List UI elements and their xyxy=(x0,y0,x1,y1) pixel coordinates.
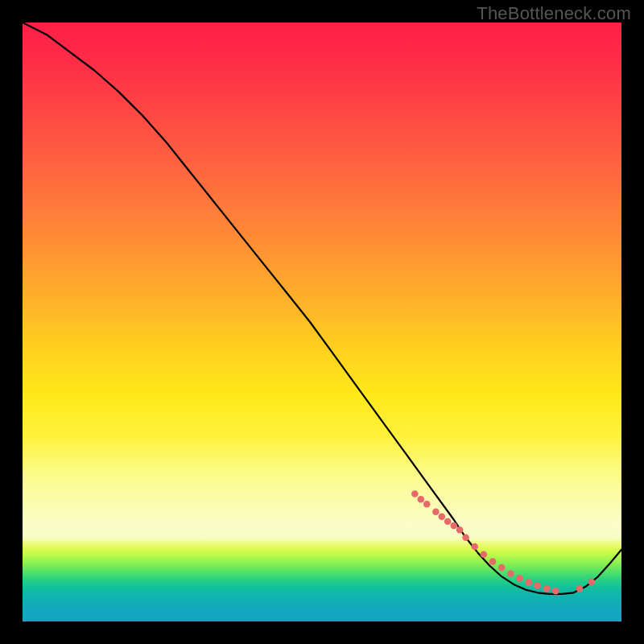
highlight-dot xyxy=(543,585,551,592)
highlight-dot xyxy=(471,543,478,551)
highlight-dot xyxy=(552,588,559,595)
highlight-dot xyxy=(588,579,596,586)
curve-layer xyxy=(23,23,621,621)
highlight-dot xyxy=(432,509,440,516)
highlight-dot xyxy=(462,535,469,542)
highlight-dot xyxy=(456,526,464,534)
highlight-dot xyxy=(489,558,497,565)
highlight-dot xyxy=(481,551,488,558)
highlight-dot xyxy=(576,585,584,592)
highlight-dot xyxy=(507,570,514,577)
highlight-dot xyxy=(498,564,506,572)
highlight-dot xyxy=(525,579,532,586)
highlight-dot xyxy=(444,518,452,526)
bottleneck-curve xyxy=(23,23,621,594)
chart-frame: TheBottleneck.com xyxy=(0,0,644,644)
highlight-dots xyxy=(411,490,595,594)
highlight-dot xyxy=(516,575,523,582)
highlight-dot xyxy=(439,514,446,521)
highlight-dot xyxy=(450,522,457,530)
watermark-text: TheBottleneck.com xyxy=(477,3,631,24)
highlight-dot xyxy=(411,490,419,497)
plot-area xyxy=(23,23,621,621)
highlight-dot xyxy=(423,501,431,508)
highlight-dot xyxy=(535,582,542,589)
highlight-dot xyxy=(418,496,425,503)
